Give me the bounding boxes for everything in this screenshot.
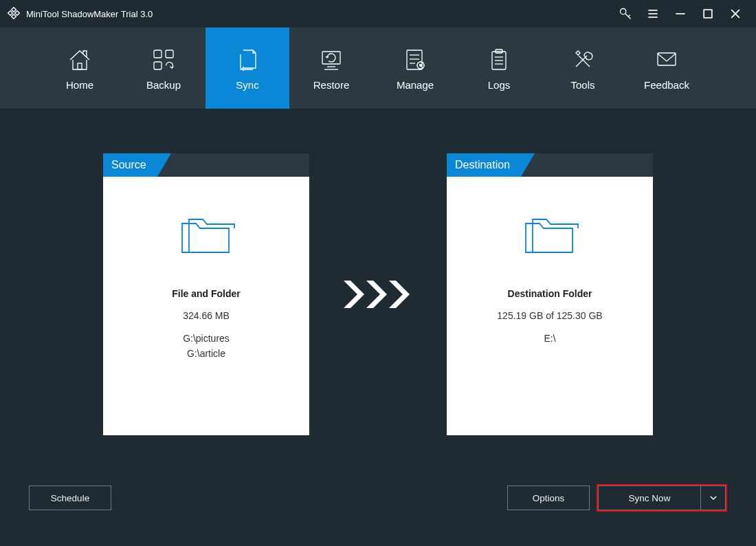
- svg-line-1: [625, 14, 631, 19]
- svg-rect-28: [658, 53, 676, 65]
- nav-restore[interactable]: Restore: [289, 28, 373, 109]
- maximize-button[interactable]: [694, 0, 722, 28]
- nav-sync[interactable]: Sync: [205, 28, 289, 109]
- destination-card-header: Destination: [447, 153, 653, 177]
- schedule-button[interactable]: Schedule: [29, 485, 111, 510]
- sync-now-group: Sync Now: [597, 484, 727, 512]
- restore-icon: [318, 46, 345, 74]
- source-tab-label: Source: [103, 153, 157, 177]
- folder-icon: [175, 211, 237, 259]
- svg-line-2: [628, 15, 630, 17]
- app-window: MiniTool ShadowMaker Trial 3.0: [0, 0, 756, 546]
- nav-label: Restore: [313, 79, 350, 91]
- destination-status: 125.19 GB of 125.30 GB: [497, 310, 602, 321]
- svg-rect-12: [166, 50, 173, 58]
- logs-icon: [485, 46, 513, 74]
- title-bar: MiniTool ShadowMaker Trial 3.0: [0, 0, 756, 28]
- home-icon: [66, 46, 93, 74]
- app-logo-icon: [7, 6, 21, 22]
- source-card[interactable]: Source File and Folder 324.66 MB G:\pict…: [103, 153, 309, 435]
- source-size: 324.66 MB: [183, 310, 230, 321]
- svg-point-22: [420, 64, 422, 66]
- feedback-icon: [653, 46, 680, 74]
- minimize-button[interactable]: [667, 0, 694, 28]
- options-button[interactable]: Options: [507, 485, 590, 510]
- nav-label: Tools: [570, 79, 594, 91]
- nav-backup[interactable]: Backup: [122, 28, 205, 109]
- menu-button[interactable]: [639, 0, 667, 28]
- sync-icon: [234, 46, 261, 74]
- source-card-header: Source: [103, 153, 309, 177]
- chevrons-icon: [340, 277, 416, 312]
- source-path-1: G:\pictures: [183, 331, 230, 346]
- svg-rect-11: [154, 50, 162, 58]
- source-path-2: G:\article: [187, 346, 225, 361]
- svg-rect-7: [704, 10, 712, 18]
- nav-home[interactable]: Home: [38, 28, 122, 109]
- svg-rect-10: [78, 63, 82, 69]
- nav-label: Backup: [146, 79, 181, 91]
- nav-feedback[interactable]: Feedback: [625, 28, 709, 109]
- destination-tab-label: Destination: [447, 153, 521, 177]
- destination-path: E:\: [544, 331, 555, 346]
- nav-logs[interactable]: Logs: [457, 28, 541, 109]
- nav-label: Logs: [488, 79, 511, 91]
- svg-rect-17: [407, 50, 422, 69]
- nav-label: Feedback: [644, 79, 689, 91]
- nav-label: Home: [66, 79, 93, 91]
- bottom-bar: Schedule Options Sync Now: [0, 470, 756, 546]
- nav-tools[interactable]: Tools: [541, 28, 625, 109]
- close-button[interactable]: [722, 0, 749, 28]
- svg-point-0: [621, 9, 626, 14]
- app-title: MiniTool ShadowMaker Trial 3.0: [26, 9, 153, 19]
- nav-manage[interactable]: Manage: [373, 28, 457, 109]
- manage-icon: [401, 46, 429, 74]
- nav-label: Sync: [236, 79, 258, 91]
- destination-title: Destination Folder: [508, 288, 592, 299]
- nav-label: Manage: [397, 79, 434, 91]
- destination-card[interactable]: Destination Destination Folder 125.19 GB…: [447, 153, 653, 435]
- source-title: File and Folder: [172, 288, 241, 299]
- svg-rect-13: [154, 62, 162, 69]
- sync-now-dropdown[interactable]: [701, 485, 726, 510]
- tools-icon: [569, 46, 597, 74]
- sync-now-button[interactable]: Sync Now: [598, 485, 701, 510]
- backup-icon: [150, 46, 177, 74]
- folder-icon: [519, 211, 581, 259]
- main-nav: Home Backup Sync Restore Manage: [0, 28, 756, 109]
- key-button[interactable]: [612, 0, 639, 28]
- main-content: Source File and Folder 324.66 MB G:\pict…: [0, 109, 756, 470]
